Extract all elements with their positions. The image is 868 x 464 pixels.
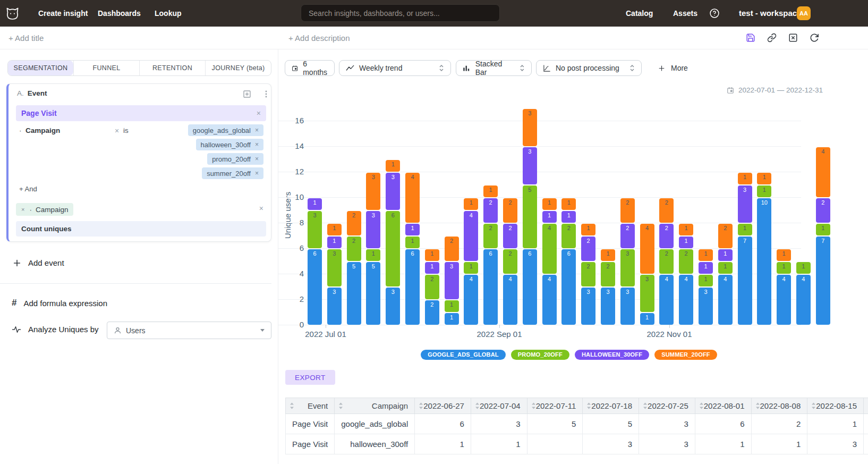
bar-segment-google_ads_global[interactable]: 6 <box>483 249 498 325</box>
bar-segment-summer_20off[interactable]: 3 <box>523 109 537 146</box>
remove-chip-icon[interactable]: × <box>255 155 259 163</box>
bar-segment-promo_20off[interactable]: 1 <box>405 237 420 248</box>
column-header-campaign[interactable]: Campaign <box>335 398 415 414</box>
legend-pill-summer_20off[interactable]: SUMMER_20OFF <box>654 350 717 360</box>
bar-segment-summer_20off[interactable]: 1 <box>757 173 771 184</box>
column-header-event[interactable]: Event <box>286 398 335 414</box>
bar-segment-summer_20off[interactable]: 2 <box>620 198 635 223</box>
export-button[interactable]: EXPORT <box>285 370 335 385</box>
bar-segment-halloween_30off[interactable]: 1 <box>561 211 576 223</box>
bar-segment-summer_20off[interactable]: 4 <box>640 224 654 274</box>
filter-operator[interactable]: is <box>123 126 129 134</box>
bar-segment-summer_20off[interactable]: 1 <box>601 249 615 261</box>
bar-segment-promo_20off[interactable]: 6 <box>386 211 400 286</box>
bar-segment-halloween_30off[interactable]: 1 <box>679 237 693 248</box>
bar-segment-halloween_30off[interactable]: 2 <box>620 224 635 248</box>
bar-segment-google_ads_global[interactable]: 7 <box>816 237 830 325</box>
nav-lookup[interactable]: Lookup <box>155 0 182 27</box>
bar-segment-google_ads_global[interactable]: 3 <box>581 288 595 325</box>
user-avatar[interactable]: AA <box>797 6 811 20</box>
bar-segment-summer_20off[interactable]: 1 <box>464 198 478 210</box>
bar-segment-summer_20off[interactable]: 2 <box>445 237 459 261</box>
add-formula-button[interactable]: # Add formula expression <box>12 298 107 308</box>
bar-segment-google_ads_global[interactable]: 6 <box>523 249 537 325</box>
nav-assets[interactable]: Assets <box>673 0 697 27</box>
add-title-field[interactable]: + Add title <box>8 33 44 43</box>
filter-value-chip[interactable]: summer_20off× <box>202 167 263 179</box>
bar-segment-summer_20off[interactable]: 1 <box>327 224 342 235</box>
bar-segment-summer_20off[interactable]: 1 <box>738 173 752 184</box>
bar-segment-google_ads_global[interactable]: 4 <box>777 275 791 325</box>
bar-segment-promo_20off[interactable]: 5 <box>523 185 537 248</box>
bar-segment-summer_20off[interactable]: 2 <box>659 198 674 223</box>
bar-segment-google_ads_global[interactable]: 3 <box>699 288 713 325</box>
bar-segment-halloween_30off[interactable]: 3 <box>366 211 380 248</box>
bar-segment-google_ads_global[interactable]: 5 <box>366 262 380 325</box>
bar-segment-halloween_30off[interactable]: 1 <box>718 249 733 261</box>
bar-segment-promo_20off[interactable]: 1 <box>718 262 733 274</box>
tab-funnel[interactable]: FUNNEL <box>73 61 139 75</box>
help-icon[interactable] <box>709 8 720 21</box>
bar-segment-summer_20off[interactable]: 1 <box>581 224 595 235</box>
bar-segment-promo_20off[interactable]: 2 <box>601 262 615 286</box>
bar-segment-promo_20off[interactable]: 1 <box>777 262 791 274</box>
bar-segment-halloween_30off[interactable]: 1 <box>308 198 322 210</box>
remove-event-icon[interactable]: × <box>257 109 261 117</box>
bar-segment-summer_20off[interactable]: 4 <box>816 147 830 197</box>
column-header-2022-07-25[interactable]: 2022-07-25 <box>639 398 695 414</box>
tab-retention[interactable]: RETENTION <box>139 61 205 75</box>
bar-segment-google_ads_global[interactable]: 6 <box>405 249 420 325</box>
bar-segment-promo_20off[interactable]: 2 <box>659 249 674 274</box>
bar-segment-halloween_30off[interactable]: 2 <box>659 224 674 248</box>
bar-segment-halloween_30off[interactable]: 1 <box>327 237 342 248</box>
bar-segment-summer_20off[interactable]: 1 <box>483 185 498 197</box>
bar-segment-google_ads_global[interactable]: 3 <box>386 288 400 325</box>
bar-segment-halloween_30off[interactable]: 3 <box>386 173 400 210</box>
legend-pill-promo_20off[interactable]: PROMO_20OFF <box>511 350 569 360</box>
clear-icon[interactable] <box>788 33 798 43</box>
bar-segment-halloween_30off[interactable]: 1 <box>425 262 439 274</box>
bar-segment-promo_20off[interactable]: 1 <box>796 262 811 274</box>
filter-property[interactable]: · Campaign <box>19 126 60 134</box>
column-header-2022-08-08[interactable]: 2022-08-08 <box>751 398 807 414</box>
nav-catalog[interactable]: Catalog <box>626 0 653 27</box>
remove-chip-icon[interactable]: × <box>255 170 259 177</box>
remove-filter-icon[interactable]: × <box>115 126 119 135</box>
bar-segment-promo_20off[interactable]: 2 <box>561 224 576 248</box>
add-event-button[interactable]: Add event <box>13 258 64 267</box>
bar-segment-google_ads_global[interactable]: 4 <box>796 275 811 325</box>
filter-value-chip[interactable]: halloween_30off× <box>196 139 263 150</box>
refresh-icon[interactable] <box>810 33 819 43</box>
bar-segment-promo_20off[interactable]: 2 <box>425 275 439 299</box>
bar-segment-summer_20off[interactable]: 1 <box>561 198 576 210</box>
remove-breakdown-row-icon[interactable]: × <box>259 204 263 213</box>
bar-segment-halloween_30off[interactable]: 2 <box>503 224 517 248</box>
bar-segment-summer_20off[interactable]: 2 <box>718 224 733 248</box>
event-menu-icon[interactable] <box>262 89 270 101</box>
bar-segment-promo_20off[interactable]: 1 <box>464 262 478 274</box>
bar-segment-halloween_30off[interactable]: 2 <box>483 198 498 223</box>
bar-segment-promo_20off[interactable]: 2 <box>483 224 498 248</box>
bar-segment-halloween_30off[interactable]: 2 <box>581 237 595 261</box>
remove-chip-icon[interactable]: × <box>255 141 259 148</box>
add-description-field[interactable]: + Add description <box>288 33 350 43</box>
post-processing-select[interactable]: No post processing <box>536 60 642 76</box>
bar-segment-google_ads_global[interactable]: 3 <box>601 288 615 325</box>
nav-dashboards[interactable]: Dashboards <box>98 0 141 27</box>
tab-segmentation[interactable]: SEGMENTATION <box>8 61 73 75</box>
bar-segment-promo_20off[interactable]: 2 <box>679 249 693 274</box>
bar-segment-promo_20off[interactable]: 2 <box>581 262 595 286</box>
bar-segment-promo_20off[interactable]: 3 <box>327 249 342 286</box>
bar-segment-summer_20off[interactable]: 1 <box>699 249 713 261</box>
bar-segment-google_ads_global[interactable]: 1 <box>445 313 459 325</box>
bar-segment-promo_20off[interactable]: 1 <box>738 224 752 235</box>
workspace-name[interactable]: test - workspace <box>739 0 802 27</box>
bar-segment-summer_20off[interactable]: 2 <box>347 211 361 235</box>
chart-type-select[interactable]: Stacked Bar <box>456 60 532 76</box>
bar-segment-promo_20off[interactable]: 3 <box>620 249 635 286</box>
legend-pill-halloween_30off[interactable]: HALLOWEEN_30OFF <box>575 350 649 360</box>
bar-segment-google_ads_global[interactable]: 6 <box>561 249 576 325</box>
column-header-2022-07-04[interactable]: 2022-07-04 <box>471 398 527 414</box>
bar-segment-halloween_30off[interactable]: 1 <box>405 224 420 235</box>
bar-segment-google_ads_global[interactable]: 4 <box>503 275 517 325</box>
